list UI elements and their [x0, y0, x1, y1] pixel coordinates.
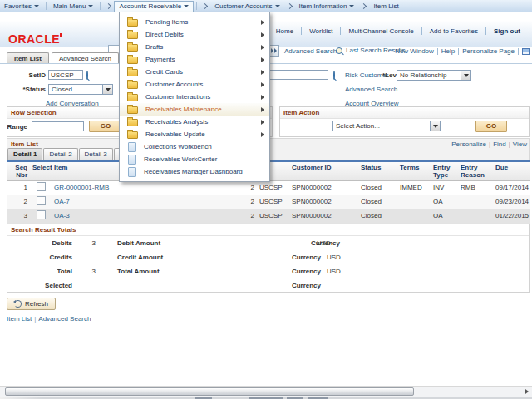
item-link[interactable]: OA-7	[54, 198, 70, 205]
menu-item-receivables-maintenance[interactable]: Receivables Maintenance	[120, 103, 269, 116]
folder-icon	[127, 69, 138, 76]
scrollbar-thumb[interactable]	[5, 387, 414, 396]
row-checkbox[interactable]	[37, 210, 46, 219]
item-action-value: Select Action...	[333, 122, 430, 130]
refresh-label: Refresh	[25, 300, 48, 308]
sign-out-link[interactable]: Sign out	[486, 27, 528, 35]
cell-due: 09/17/2014	[493, 181, 530, 195]
menu-item-label: Pending Items	[145, 18, 188, 26]
tab-detail-3[interactable]: Detail 3	[79, 148, 113, 160]
customer-lookup-icon[interactable]	[333, 71, 335, 80]
menu-item-receivables-analysis[interactable]: Receivables Analysis	[120, 116, 269, 128]
dropdown-button[interactable]	[461, 71, 470, 80]
cell-customer-id: SPN0000002	[289, 195, 358, 209]
search-results-icon	[336, 47, 342, 54]
menu-item-label: Direct Debits	[145, 31, 184, 38]
totals-currency-label: Currency	[286, 237, 340, 249]
breadcrumb-label: Favorites	[4, 2, 32, 10]
totals-amount-label: Debit Amount	[117, 237, 160, 249]
new-window-link[interactable]: New Window	[395, 47, 434, 55]
item-action-select[interactable]: Select Action...	[332, 121, 441, 131]
tab-advanced-search[interactable]: Advanced Search	[52, 52, 119, 64]
menu-item-customer-interactions[interactable]: Customer Interactions	[120, 91, 269, 103]
scrollbar-right-arrow-icon[interactable]	[525, 389, 529, 394]
col-due: Due	[493, 162, 530, 180]
help-link[interactable]: Help	[441, 47, 455, 55]
range-input[interactable]	[32, 121, 84, 131]
horizontal-scrollbar[interactable]	[0, 386, 532, 397]
menu-item-label: Receivables WorkCenter	[144, 155, 217, 163]
divider	[437, 48, 438, 55]
page-icon	[128, 155, 136, 165]
global-advanced-search-link[interactable]: Advanced Search	[284, 47, 337, 55]
divider	[518, 48, 519, 55]
status-select[interactable]: Closed	[48, 84, 113, 95]
multichannel-console-link[interactable]: MultiChannel Console	[341, 27, 421, 35]
view-link[interactable]: View	[513, 140, 527, 148]
menu-item-customer-accounts[interactable]: Customer Accounts	[120, 78, 269, 91]
breadcrumb-customer-accounts[interactable]: Customer Accounts	[210, 0, 283, 12]
menu-item-receivables-workcenter[interactable]: Receivables WorkCenter	[120, 153, 269, 165]
row-checkbox[interactable]	[37, 182, 46, 191]
menu-item-receivables-manager-dashboard[interactable]: Receivables Manager Dashboard	[120, 165, 269, 178]
home-link[interactable]: Home	[268, 27, 301, 35]
totals-currency-label: Currency	[267, 265, 321, 278]
item-link[interactable]: OA-3	[54, 212, 70, 219]
submenu-arrow-icon	[261, 107, 264, 112]
personalize-link[interactable]: Personalize	[451, 140, 486, 148]
menu-item-receivables-update[interactable]: Receivables Update	[120, 128, 269, 140]
personalize-layout-icon[interactable]	[522, 48, 530, 55]
chevron-down-icon	[433, 125, 438, 128]
level-select[interactable]: No Relationship	[397, 70, 471, 81]
setid-field[interactable]	[48, 70, 83, 80]
footer-advanced-search-link[interactable]: Advanced Search	[38, 315, 91, 323]
submenu-arrow-icon	[261, 132, 264, 137]
page-icon	[128, 167, 136, 177]
refresh-button[interactable]: Refresh	[7, 298, 56, 310]
breadcrumb-accounts-receivable[interactable]: Accounts Receivable	[114, 1, 194, 12]
status-value: Closed	[49, 86, 102, 93]
chevron-down-icon	[464, 74, 469, 77]
advanced-search-link[interactable]: Advanced Search	[345, 86, 397, 93]
submenu-arrow-icon	[261, 82, 264, 87]
breadcrumb-main-menu[interactable]: Main Menu	[49, 0, 98, 12]
item-action-go-button[interactable]: GO	[475, 121, 507, 132]
totals-label: Credits	[7, 251, 72, 264]
dropdown-button[interactable]	[102, 85, 112, 94]
breadcrumb-item-information[interactable]: Item Information	[295, 0, 359, 12]
worklist-link[interactable]: Worklist	[302, 27, 340, 35]
menu-item-pending-items[interactable]: Pending Items	[120, 16, 269, 28]
menu-item-payments[interactable]: Payments	[120, 53, 269, 66]
cell-count: 2	[245, 181, 257, 195]
cell-entry-type: OA	[431, 209, 458, 223]
tab-detail-1[interactable]: Detail 1	[7, 148, 42, 160]
menu-item-drafts[interactable]: Drafts	[120, 41, 269, 53]
menu-item-collections-workbench[interactable]: Collections Workbench	[120, 140, 269, 153]
item-link[interactable]: GR-0000001-RMB	[54, 184, 109, 191]
cell-entry-type: OA	[431, 195, 458, 209]
totals-row-debits: Debits 3 Debit Amount Currency USD	[7, 237, 529, 249]
totals-label: Selected	[7, 279, 72, 292]
personalize-page-link[interactable]: Personalize Page	[462, 47, 515, 55]
dropdown-button[interactable]	[430, 121, 440, 131]
cell-entry-reason: RMB	[458, 181, 493, 195]
menu-item-label: Drafts	[145, 43, 163, 51]
breadcrumb-favorites[interactable]: Favorites	[0, 0, 43, 12]
table-row: 3 OA-3 2 USCSP SPN0000002 Closed OA 01/2…	[7, 209, 530, 224]
tab-item-list[interactable]: Item List	[7, 52, 49, 64]
menu-item-direct-debits[interactable]: Direct Debits	[120, 28, 269, 41]
tab-detail-2[interactable]: Detail 2	[43, 148, 77, 160]
totals-currency-value: USD	[317, 237, 331, 249]
row-checkbox[interactable]	[37, 196, 46, 205]
find-link[interactable]: Find	[493, 140, 506, 148]
submenu-arrow-icon	[261, 95, 264, 100]
chevron-down-icon	[34, 5, 39, 7]
add-to-favorites-link[interactable]: Add to Favorites	[422, 27, 485, 35]
footer-item-list-link[interactable]: Item List	[7, 315, 32, 323]
folder-icon	[127, 81, 138, 89]
setid-lookup-icon[interactable]	[86, 71, 88, 80]
divider	[46, 2, 47, 10]
menu-item-credit-cards[interactable]: Credit Cards	[120, 66, 269, 78]
range-go-button[interactable]: GO	[89, 121, 122, 132]
col-seq-nbr: Seq Nbr	[7, 162, 30, 180]
